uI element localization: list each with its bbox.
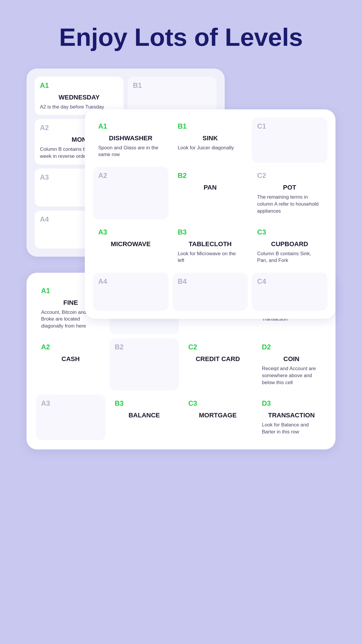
cell-label: A3 [98,228,163,236]
cell-a3-front: A3 MICROWAVE [93,223,168,269]
page-title: Enjoy Lots of Levels [59,23,303,51]
cell-label: C2 [188,343,247,351]
cell-title: CASH [41,355,100,363]
cell-desc: Look for Balance and Barter in this row [262,421,321,435]
cell-label: A2 [41,343,100,351]
cell-c3-bottom: C3 MORTGAGE [183,395,253,440]
cell-a2-front: A2 [93,167,168,219]
cell-title: CREDIT CARD [188,355,247,363]
cell-title: TRANSACTION [262,412,321,419]
page: Enjoy Lots of Levels A1 WEDNESDAY A2 is … [0,0,362,467]
cell-label: D3 [262,399,321,407]
cell-label: B4 [178,277,243,286]
cell-label: B3 [115,399,174,407]
cell-d3-bottom: D3 TRANSACTION Look for Balance and Bart… [257,395,326,440]
cell-a1-front: A1 DISHWASHER Spoon and Glass are in the… [93,118,168,163]
cell-label: D2 [262,343,321,351]
cell-label: B3 [178,228,243,236]
cell-d2-bottom: D2 COIN Receipt and Account are somewher… [257,338,326,391]
cell-title: WEDNESDAY [40,94,118,101]
front-card: A1 DISHWASHER Spoon and Glass are in the… [85,109,335,319]
cell-title: MICROWAVE [98,240,163,248]
cell-label: A2 [98,172,163,180]
cell-b2-bottom: B2 [110,338,179,391]
cell-desc: The remaining terms in column A refer to… [257,194,322,214]
cell-a4-front: A4 [93,273,168,311]
cell-a2-bottom: A2 CASH [36,338,106,391]
cell-c2-front: C2 POT The remaining terms in column A r… [252,167,327,219]
cell-b3-front: B3 TABLECLOTH Look for Microwave on the … [173,223,248,269]
cell-label: C1 [257,122,322,130]
cell-title: COIN [262,355,321,363]
cell-desc: Look for Juicer diagonally [178,144,243,151]
cell-title: DISHWASHER [98,134,163,142]
cell-a3-bottom: A3 [36,395,106,440]
cell-title: SINK [178,134,243,142]
cell-title: PAN [178,184,243,191]
cell-desc: Receipt and Account are somewhere above … [262,365,321,386]
cell-label: B2 [115,343,174,351]
cell-label: C4 [257,277,322,286]
cell-label: C3 [257,228,322,236]
cell-title: POT [257,184,322,191]
grid-3col-front: A1 DISHWASHER Spoon and Glass are in the… [93,118,327,311]
cell-c1-front: C1 [252,118,327,163]
cell-label: B1 [133,81,211,90]
cell-c3-front: C3 CUPBOARD Column B contains Sink, Pan,… [252,223,327,269]
cell-c2-bottom: C2 CREDIT CARD [183,338,253,391]
cell-label: C3 [188,399,247,407]
cell-label: A1 [98,122,163,130]
cell-b2-front: B2 PAN [173,167,248,219]
cell-label: A1 [40,81,118,90]
stacked-cards-group: A1 WEDNESDAY A2 is the day before Tuesda… [27,69,335,255]
cell-title: TABLECLOTH [178,240,243,248]
cell-label: B1 [178,122,243,130]
cell-desc: Spoon and Glass are in the same row [98,144,163,158]
cell-label: A3 [41,399,100,407]
cell-b4-front: B4 [173,273,248,311]
cell-label: C2 [257,172,322,180]
cell-c4-front: C4 [252,273,327,311]
cell-title: BALANCE [115,412,174,419]
cell-title: MORTGAGE [188,412,247,419]
cell-desc: Column B contains Sink, Pan, and Fork [257,250,322,264]
cell-b3-bottom: B3 BALANCE [110,395,179,440]
cell-desc: Look for Microwave on the left [178,250,243,264]
cell-label: A4 [98,277,163,286]
cell-title: CUPBOARD [257,240,322,248]
cell-label: B2 [178,172,243,180]
cell-b1-front: B1 SINK Look for Juicer diagonally [173,118,248,163]
